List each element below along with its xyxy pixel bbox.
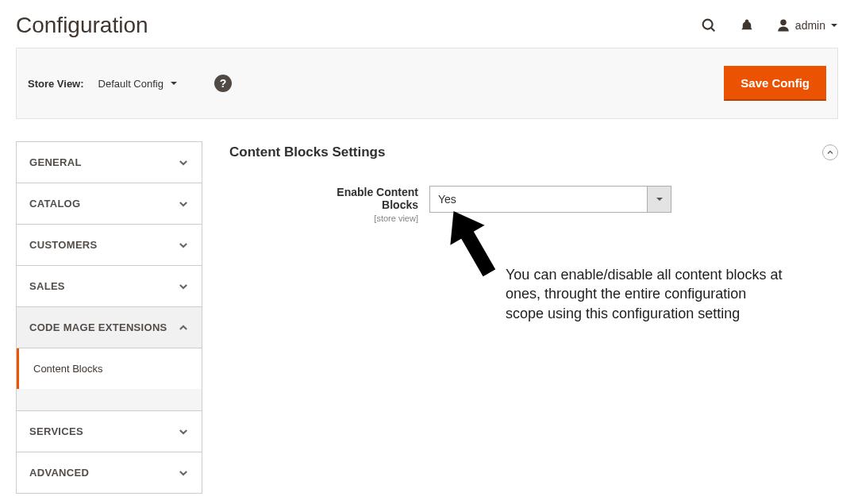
help-icon[interactable]: ? [214, 75, 232, 92]
sidebar-item-label: CUSTOMERS [29, 239, 98, 251]
user-icon [776, 18, 791, 33]
sidebar-item-catalog[interactable]: CATALOG [16, 183, 202, 225]
toolbar: Store View: Default Config ? Save Config [16, 48, 838, 119]
sidebar-item-customers[interactable]: CUSTOMERS [16, 225, 202, 266]
collapse-toggle[interactable] [822, 144, 838, 160]
content-area: GENERAL CATALOG CUSTOMERS SALES CODE MAG… [0, 119, 854, 504]
sidebar-subnav: Content Blocks [16, 348, 202, 411]
sidebar-item-advanced[interactable]: ADVANCED [16, 452, 202, 494]
page-header: Configuration admin [0, 0, 854, 48]
field-scope: [store view] [374, 214, 418, 223]
main-panel: Content Blocks Settings Enable Content B… [229, 141, 838, 224]
store-view-label: Store View: [28, 78, 84, 90]
sidebar-subitem-content-blocks[interactable]: Content Blocks [17, 348, 202, 389]
notifications-icon[interactable] [740, 18, 754, 33]
chevron-down-icon [178, 157, 189, 168]
store-view-select[interactable]: Default Config [98, 78, 178, 90]
admin-user-menu[interactable]: admin [776, 18, 838, 33]
admin-user-label: admin [795, 19, 825, 32]
section-header: Content Blocks Settings [229, 141, 838, 186]
sidebar-item-general[interactable]: GENERAL [16, 141, 202, 183]
store-view-value: Default Config [98, 78, 163, 90]
header-actions: admin [700, 17, 838, 34]
sidebar-item-label: GENERAL [29, 156, 82, 168]
sidebar-item-label: ADVANCED [29, 467, 89, 479]
field-row-enable-content-blocks: Enable Content Blocks [store view] Yes [229, 186, 838, 224]
section-title: Content Blocks Settings [229, 144, 385, 160]
sidebar-item-services[interactable]: SERVICES [16, 411, 202, 452]
sidebar-item-sales[interactable]: SALES [16, 266, 202, 307]
toolbar-left: Store View: Default Config ? [28, 75, 232, 92]
chevron-down-icon [178, 281, 189, 292]
sidebar-item-label: SERVICES [29, 425, 83, 437]
sidebar-item-code-mage-extensions[interactable]: CODE MAGE EXTENSIONS [16, 307, 202, 348]
chevron-down-icon [830, 21, 838, 29]
sidebar-item-label: CODE MAGE EXTENSIONS [29, 321, 167, 333]
save-config-button[interactable]: Save Config [724, 66, 826, 101]
field-label-wrap: Enable Content Blocks [store view] [302, 186, 429, 224]
chevron-down-icon [178, 240, 189, 251]
chevron-up-icon [178, 322, 189, 333]
chevron-up-icon [826, 148, 834, 156]
svg-line-1 [711, 28, 714, 31]
chevron-down-icon [178, 426, 189, 437]
svg-point-0 [703, 20, 713, 29]
chevron-down-icon [178, 198, 189, 210]
chevron-down-icon [178, 467, 189, 479]
search-icon[interactable] [700, 17, 717, 34]
select-arrow[interactable] [647, 187, 671, 212]
field-label: Enable Content Blocks [302, 186, 418, 211]
page-title: Configuration [16, 13, 148, 38]
sidebar-item-label: SALES [29, 280, 65, 292]
annotation-text: You can enable/disable all content block… [506, 265, 783, 323]
chevron-down-icon [170, 79, 178, 87]
chevron-down-icon [656, 195, 664, 203]
svg-point-2 [780, 20, 787, 26]
sidebar-subnav-spacer [17, 389, 202, 411]
sidebar: GENERAL CATALOG CUSTOMERS SALES CODE MAG… [16, 141, 202, 494]
sidebar-item-label: CATALOG [29, 198, 80, 210]
